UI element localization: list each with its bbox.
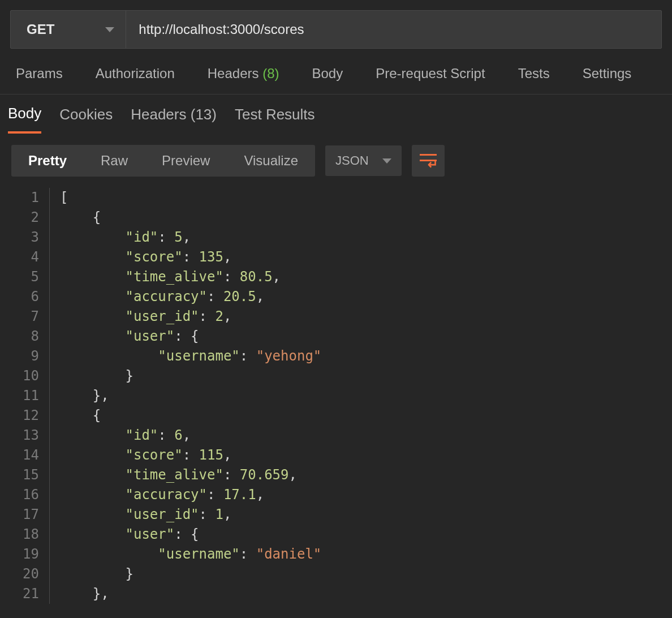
view-mode-segmented: Pretty Raw Preview Visualize — [11, 145, 315, 177]
format-select[interactable]: JSON — [325, 145, 402, 176]
code-line: "user": { — [60, 525, 321, 544]
line-number: 3 — [23, 228, 39, 247]
line-number: 5 — [23, 267, 39, 287]
code-line: { — [60, 208, 321, 228]
code-line: "user": { — [60, 327, 321, 346]
response-controls: Pretty Raw Preview Visualize JSON — [0, 137, 672, 184]
view-mode-raw[interactable]: Raw — [84, 145, 145, 177]
view-mode-preview[interactable]: Preview — [145, 145, 227, 177]
code-line: "username": "daniel" — [60, 544, 321, 564]
line-number: 16 — [23, 485, 39, 505]
response-headers-count-badge: (13) — [191, 106, 217, 123]
wrap-icon — [420, 154, 437, 168]
tab-params[interactable]: Params — [16, 66, 63, 81]
line-number: 6 — [23, 287, 39, 307]
request-tabs: Params Authorization Headers (8) Body Pr… — [0, 49, 672, 95]
line-number: 11 — [23, 386, 39, 406]
code-line: "id": 5, — [60, 228, 321, 247]
line-number: 21 — [23, 584, 39, 604]
line-number: 7 — [23, 307, 39, 327]
code-line: "time_alive": 80.5, — [60, 267, 321, 287]
tab-headers[interactable]: Headers (8) — [208, 66, 279, 81]
line-number: 10 — [23, 366, 39, 386]
code-line: [ — [60, 188, 321, 208]
code-line: } — [60, 564, 321, 584]
tab-prerequest[interactable]: Pre-request Script — [376, 66, 485, 81]
line-number: 14 — [23, 445, 39, 465]
headers-count-badge: (8) — [262, 66, 279, 81]
http-method-select[interactable]: GET — [11, 11, 126, 48]
line-number: 2 — [23, 208, 39, 228]
line-number: 17 — [23, 505, 39, 525]
line-number: 19 — [23, 544, 39, 564]
view-mode-pretty[interactable]: Pretty — [11, 145, 84, 177]
code-line: }, — [60, 386, 321, 406]
code-line: } — [60, 366, 321, 386]
line-number-gutter: 123456789101112131415161718192021 — [0, 188, 49, 604]
http-method-label: GET — [27, 22, 54, 37]
tab-settings[interactable]: Settings — [583, 66, 632, 81]
view-mode-visualize[interactable]: Visualize — [227, 145, 315, 177]
request-bar: GET — [10, 10, 662, 49]
tab-authorization[interactable]: Authorization — [96, 66, 175, 81]
response-tab-body[interactable]: Body — [8, 105, 41, 134]
response-tab-headers-label: Headers — [131, 106, 186, 123]
response-tabs: Body Cookies Headers (13) Test Results — [0, 95, 672, 137]
response-tab-test-results[interactable]: Test Results — [235, 106, 315, 132]
line-number: 9 — [23, 346, 39, 366]
line-number: 1 — [23, 188, 39, 208]
tab-headers-label: Headers — [208, 66, 259, 81]
wrap-lines-button[interactable] — [412, 145, 445, 177]
chevron-down-icon — [382, 158, 391, 164]
format-select-label: JSON — [335, 153, 369, 168]
line-number: 13 — [23, 426, 39, 445]
tab-body[interactable]: Body — [312, 66, 343, 81]
code-line: "username": "yehong" — [60, 346, 321, 366]
tab-tests[interactable]: Tests — [518, 66, 550, 81]
code-line: "accuracy": 20.5, — [60, 287, 321, 307]
line-number: 4 — [23, 247, 39, 267]
code-line: "user_id": 2, — [60, 307, 321, 327]
line-number: 18 — [23, 525, 39, 544]
code-content[interactable]: [ { "id": 5, "score": 135, "time_alive":… — [49, 188, 321, 604]
code-line: "user_id": 1, — [60, 505, 321, 525]
response-tab-cookies[interactable]: Cookies — [59, 106, 113, 132]
line-number: 20 — [23, 564, 39, 584]
chevron-down-icon — [105, 27, 114, 32]
code-line: "time_alive": 70.659, — [60, 465, 321, 485]
line-number: 15 — [23, 465, 39, 485]
code-line: }, — [60, 584, 321, 604]
code-line: "score": 115, — [60, 445, 321, 465]
line-number: 12 — [23, 406, 39, 426]
response-body-code: 123456789101112131415161718192021 [ { "i… — [0, 184, 672, 604]
code-line: { — [60, 406, 321, 426]
code-line: "id": 6, — [60, 426, 321, 445]
code-line: "accuracy": 17.1, — [60, 485, 321, 505]
code-line: "score": 135, — [60, 247, 321, 267]
url-input[interactable] — [126, 11, 661, 48]
response-tab-headers[interactable]: Headers (13) — [131, 106, 217, 132]
line-number: 8 — [23, 327, 39, 346]
